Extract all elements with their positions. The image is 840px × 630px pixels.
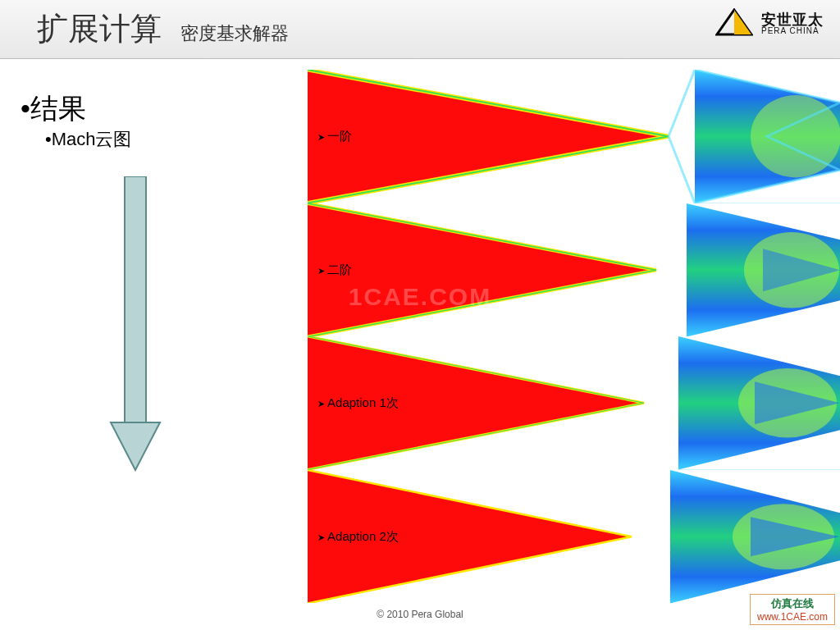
plot-adapt-1: Adaption 1次 <box>308 336 840 470</box>
bullet-mach: •Mach云图 <box>45 127 132 152</box>
footer-copyright: © 2010 Pera Global <box>0 609 840 620</box>
plot-label-3: Adaption 1次 <box>317 395 399 411</box>
plot-label-1: 一阶 <box>317 129 352 144</box>
plot-2nd-order: 二阶 <box>308 203 840 337</box>
watermark-box: 仿真在线 www.1CAE.com <box>750 594 835 625</box>
title-main: 扩展计算 <box>37 8 162 50</box>
plot-adapt-2: Adaption 2次 <box>308 470 840 604</box>
plot-1st-order: 一阶 <box>308 70 840 203</box>
plot-label-4: Adaption 2次 <box>317 528 399 544</box>
logo-icon <box>715 8 753 39</box>
arrow-down-icon <box>107 176 164 475</box>
contour-plots: 一阶 二阶 Adaption <box>308 70 840 603</box>
watermark-box-cn: 仿真在线 <box>757 596 828 611</box>
svg-marker-7 <box>111 422 160 470</box>
svg-rect-6 <box>125 176 146 422</box>
logo: 安世亚太 PERA CHINA <box>715 8 824 39</box>
logo-text-cn: 安世亚太 <box>761 12 824 27</box>
plot-label-2: 二阶 <box>317 262 352 277</box>
title-sub: 密度基求解器 <box>180 21 289 46</box>
svg-rect-19 <box>308 203 673 337</box>
svg-rect-12 <box>308 70 685 203</box>
bullet-results: •结果 <box>21 90 86 128</box>
logo-text-en: PERA CHINA <box>761 27 824 35</box>
watermark-box-url: www.1CAE.com <box>757 611 828 623</box>
header-bar: 扩展计算 密度基求解器 安世亚太 PERA CHINA <box>0 0 840 59</box>
